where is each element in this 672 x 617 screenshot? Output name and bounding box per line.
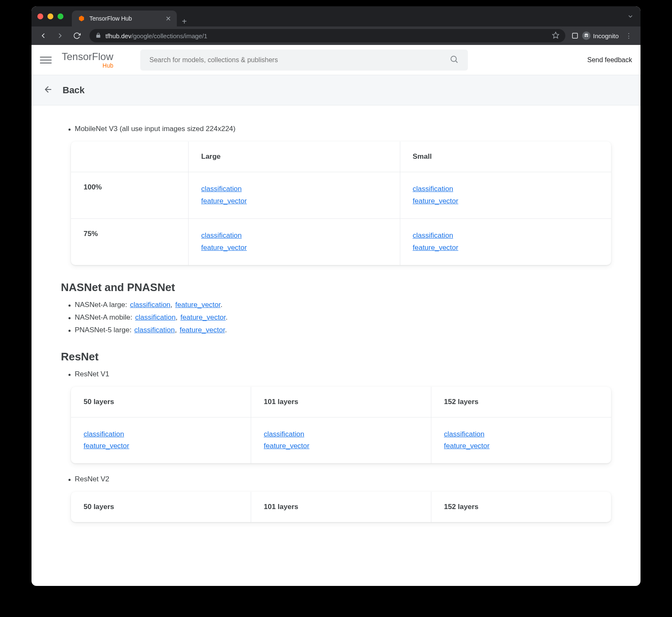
back-arrow-icon[interactable] — [43, 84, 53, 96]
tab-close-button[interactable]: ✕ — [165, 15, 171, 23]
bullet-icon — [68, 374, 71, 376]
browser-menu-icon[interactable]: ⋮ — [622, 32, 635, 40]
resnet-v1-table: 50 layers 101 layers 152 layers classifi… — [71, 387, 611, 464]
tabs-overflow-icon[interactable] — [626, 12, 635, 21]
table-rowhead: 75% — [71, 219, 189, 265]
browser-tab[interactable]: TensorFlow Hub ✕ — [72, 11, 177, 26]
table-header-row: Large Small — [71, 142, 611, 172]
classification-link[interactable]: classification — [135, 313, 176, 321]
bullet-text: MobileNet V3 (all use input images sized… — [75, 125, 236, 133]
item-prefix: NASNet-A large: — [75, 301, 129, 309]
tab-favicon-icon — [78, 15, 85, 22]
table-cell: classification feature_vector — [400, 219, 612, 265]
svg-line-5 — [456, 61, 457, 63]
classification-link[interactable]: classification — [444, 428, 598, 441]
table-header-row: 50 layers 101 layers 152 layers — [71, 387, 611, 417]
table-header-cell: Large — [189, 142, 400, 172]
site-logo[interactable]: TensorFlow Hub — [62, 52, 113, 68]
classification-link[interactable]: classification — [264, 428, 418, 441]
classification-link[interactable]: classification — [413, 183, 599, 195]
list-item: ResNet V1 — [68, 370, 611, 378]
table-header-cell — [71, 142, 189, 172]
url-host: tfhub.dev — [105, 32, 131, 39]
bullet-icon — [68, 317, 71, 319]
bookmark-star-icon[interactable] — [552, 32, 559, 40]
browser-toolbar: tfhub.dev/google/collections/image/1 Inc… — [32, 26, 640, 45]
logo-text-main: TensorFlow — [62, 52, 113, 62]
search-box[interactable] — [140, 50, 468, 71]
nav-back-button[interactable] — [37, 29, 50, 42]
list-item: PNASNet-5 large: classification, feature… — [68, 326, 611, 334]
feature-vector-link[interactable]: feature_vector — [175, 301, 220, 309]
table-header-cell: 101 layers — [251, 387, 431, 417]
mobilenet-v3-table: Large Small 100% classification feature_… — [71, 142, 611, 265]
table-row: classification feature_vector classifica… — [71, 417, 611, 464]
table-header-cell: 152 layers — [431, 387, 611, 417]
window-traffic-lights — [37, 13, 63, 19]
lock-icon — [95, 32, 101, 39]
nav-reload-button[interactable] — [70, 29, 84, 42]
window-maximize-button[interactable] — [58, 13, 63, 19]
table-cell: classification feature_vector — [189, 219, 400, 265]
table-cell: classification feature_vector — [431, 417, 611, 464]
table-cell: classification feature_vector — [189, 172, 400, 218]
search-input[interactable] — [150, 56, 449, 64]
window-close-button[interactable] — [37, 13, 43, 19]
bullet-text: ResNet V1 — [75, 370, 109, 378]
site-header: TensorFlow Hub Send feedback — [32, 45, 640, 75]
bullet-text: ResNet V2 — [75, 475, 109, 483]
logo-text-sub: Hub — [102, 63, 113, 68]
table-rowhead: 100% — [71, 172, 189, 218]
resnet-v2-table: 50 layers 101 layers 152 layers — [71, 492, 611, 522]
search-icon[interactable] — [449, 55, 459, 66]
svg-point-2 — [585, 35, 586, 37]
table-cell: classification feature_vector — [71, 417, 251, 464]
incognito-label: Incognito — [593, 32, 619, 39]
table-cell: classification feature_vector — [251, 417, 431, 464]
list-item: ResNet V2 — [68, 475, 611, 483]
bullet-icon — [68, 479, 71, 481]
send-feedback-link[interactable]: Send feedback — [587, 56, 632, 64]
classification-link[interactable]: classification — [84, 428, 238, 441]
back-bar: Back — [32, 75, 640, 105]
tab-title: TensorFlow Hub — [89, 15, 161, 22]
svg-rect-1 — [572, 33, 578, 38]
feature-vector-link[interactable]: feature_vector — [181, 313, 226, 321]
feature-vector-link[interactable]: feature_vector — [413, 195, 599, 207]
classification-link[interactable]: classification — [201, 230, 387, 242]
new-tab-button[interactable]: + — [182, 17, 187, 26]
window-minimize-button[interactable] — [47, 13, 53, 19]
table-row: 100% classification feature_vector class… — [71, 172, 611, 218]
page-content: MobileNet V3 (all use input images sized… — [32, 105, 640, 522]
feature-vector-link[interactable]: feature_vector — [444, 440, 598, 452]
nav-forward-button[interactable] — [53, 29, 67, 42]
feature-vector-link[interactable]: feature_vector — [201, 242, 387, 254]
list-item: MobileNet V3 (all use input images sized… — [68, 125, 611, 133]
table-header-cell: 152 layers — [431, 492, 611, 522]
classification-link[interactable]: classification — [201, 183, 387, 195]
section-heading-nasnet: NASNet and PNASNet — [61, 281, 611, 294]
feature-vector-link[interactable]: feature_vector — [201, 195, 387, 207]
url-path: /google/collections/image/1 — [131, 32, 207, 39]
classification-link[interactable]: classification — [134, 326, 175, 334]
feature-vector-link[interactable]: feature_vector — [84, 440, 238, 452]
feature-vector-link[interactable]: feature_vector — [264, 440, 418, 452]
classification-link[interactable]: classification — [413, 230, 599, 242]
item-prefix: NASNet-A mobile: — [75, 313, 134, 321]
menu-hamburger-icon[interactable] — [40, 54, 52, 66]
bullet-text: NASNet-A mobile: classification, feature… — [75, 313, 228, 322]
titlebar: TensorFlow Hub ✕ + — [32, 6, 640, 26]
table-cell: classification feature_vector — [400, 172, 612, 218]
table-header-cell: Small — [400, 142, 612, 172]
feature-vector-link[interactable]: feature_vector — [180, 326, 225, 334]
classification-link[interactable]: classification — [130, 301, 170, 309]
svg-point-3 — [587, 35, 588, 37]
address-text: tfhub.dev/google/collections/image/1 — [105, 32, 207, 39]
feature-vector-link[interactable]: feature_vector — [413, 242, 599, 254]
table-header-cell: 50 layers — [71, 387, 251, 417]
section-heading-resnet: ResNet — [61, 350, 611, 363]
bullet-text: PNASNet-5 large: classification, feature… — [75, 326, 227, 334]
extensions-icon[interactable] — [571, 32, 579, 39]
list-item: NASNet-A large: classification, feature_… — [68, 301, 611, 309]
address-bar[interactable]: tfhub.dev/google/collections/image/1 — [89, 29, 565, 42]
